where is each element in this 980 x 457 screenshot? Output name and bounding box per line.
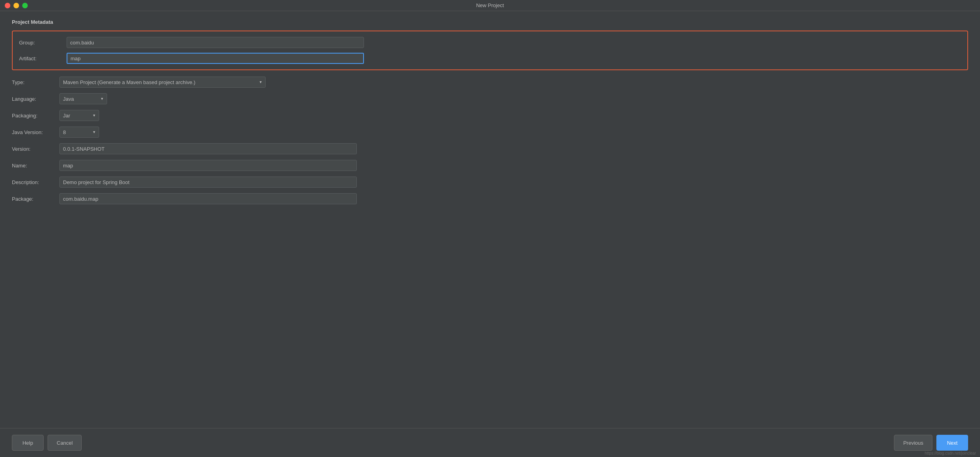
packaging-select[interactable]: Jar War xyxy=(59,110,99,121)
type-select[interactable]: Maven Project (Generate a Maven based pr… xyxy=(59,77,266,88)
package-row: Package: xyxy=(12,193,968,204)
type-row: Type: Maven Project (Generate a Maven ba… xyxy=(12,77,968,88)
maximize-button[interactable] xyxy=(22,3,28,8)
section-title: Project Metadata xyxy=(12,19,968,25)
minimize-button[interactable] xyxy=(13,3,19,8)
package-label: Package: xyxy=(12,196,59,202)
artifact-row: Artifact: xyxy=(19,53,961,64)
java-version-row: Java Version: 8 11 17 xyxy=(12,127,968,138)
version-input[interactable] xyxy=(59,143,357,154)
description-label: Description: xyxy=(12,179,59,185)
group-label: Group: xyxy=(19,40,67,46)
version-label: Version: xyxy=(12,146,59,152)
language-row: Language: Java Kotlin Groovy xyxy=(12,93,968,104)
next-button[interactable]: Next xyxy=(936,435,968,451)
watermark: https://blog.csdn.net/joinclear xyxy=(924,451,976,455)
bottom-bar: Help Cancel Previous Next xyxy=(0,428,980,457)
name-row: Name: xyxy=(12,160,968,171)
type-label: Type: xyxy=(12,79,59,85)
java-version-label: Java Version: xyxy=(12,129,59,135)
language-label: Language: xyxy=(12,96,59,102)
packaging-row: Packaging: Jar War xyxy=(12,110,968,121)
group-row: Group: xyxy=(19,37,961,48)
package-input[interactable] xyxy=(59,193,357,204)
dialog-content: Project Metadata Group: Artifact: Type: … xyxy=(0,11,980,457)
cancel-button[interactable]: Cancel xyxy=(48,435,82,451)
artifact-input[interactable] xyxy=(67,53,364,64)
description-row: Description: xyxy=(12,177,968,188)
java-version-select-wrapper: 8 11 17 xyxy=(59,127,99,138)
language-select[interactable]: Java Kotlin Groovy xyxy=(59,93,107,104)
artifact-label: Artifact: xyxy=(19,56,67,61)
previous-button[interactable]: Previous xyxy=(894,435,932,451)
window-title: New Project xyxy=(476,2,504,8)
packaging-label: Packaging: xyxy=(12,113,59,119)
regular-section: Type: Maven Project (Generate a Maven ba… xyxy=(12,77,968,210)
name-label: Name: xyxy=(12,163,59,169)
description-input[interactable] xyxy=(59,177,357,188)
group-input[interactable] xyxy=(67,37,364,48)
language-select-wrapper: Java Kotlin Groovy xyxy=(59,93,107,104)
traffic-lights xyxy=(5,3,28,8)
highlighted-section: Group: Artifact: xyxy=(12,31,968,70)
left-buttons: Help Cancel xyxy=(12,435,82,451)
java-version-select[interactable]: 8 11 17 xyxy=(59,127,99,138)
close-button[interactable] xyxy=(5,3,10,8)
help-button[interactable]: Help xyxy=(12,435,44,451)
version-row: Version: xyxy=(12,143,968,154)
packaging-select-wrapper: Jar War xyxy=(59,110,99,121)
type-select-wrapper: Maven Project (Generate a Maven based pr… xyxy=(59,77,266,88)
right-buttons: Previous Next xyxy=(894,435,968,451)
name-input[interactable] xyxy=(59,160,357,171)
title-bar: New Project xyxy=(0,0,980,11)
